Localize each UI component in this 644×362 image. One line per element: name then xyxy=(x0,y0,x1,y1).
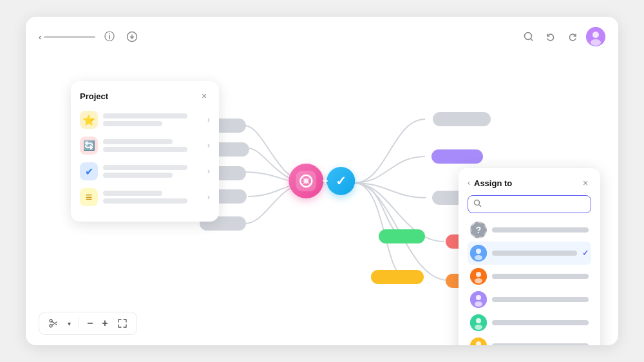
scissors-dropdown[interactable]: ▾ xyxy=(65,319,73,329)
assign-panel: ‹ Assign to × ? xyxy=(459,168,600,345)
project-item-lines-4 xyxy=(103,191,202,204)
scissors-icon xyxy=(48,318,59,329)
project-title: Project xyxy=(80,91,108,101)
project-item-arrow-3: › xyxy=(207,167,210,176)
item-line xyxy=(103,173,173,178)
zoom-out-button[interactable]: − xyxy=(84,316,95,330)
toolbar: ‹ ⓘ xyxy=(26,27,618,46)
assign-user-item-1[interactable]: ? xyxy=(468,218,591,242)
project-item-lines-3 xyxy=(103,165,202,178)
toolbar-divider xyxy=(79,318,79,329)
project-icon-star: ⭐ xyxy=(80,111,98,129)
download-icon xyxy=(126,31,138,43)
user-name-line-6 xyxy=(492,343,589,345)
project-item-2[interactable]: 🔄 › xyxy=(80,137,210,155)
svg-point-17 xyxy=(475,301,482,307)
svg-point-14 xyxy=(475,278,482,283)
canvas: ‹ ⓘ xyxy=(26,17,618,345)
project-item-lines-2 xyxy=(103,139,202,152)
toolbar-right xyxy=(520,27,605,46)
assign-user-item-4[interactable] xyxy=(468,288,591,311)
app-container: ‹ ⓘ xyxy=(0,0,644,362)
branch-node-right-4[interactable] xyxy=(379,229,425,243)
project-item-1[interactable]: ⭐ › xyxy=(80,111,210,129)
search-button[interactable] xyxy=(520,30,537,44)
branch-node-right-2[interactable] xyxy=(431,149,483,164)
svg-point-20 xyxy=(475,325,482,330)
center-node[interactable]: + ✓ xyxy=(289,164,355,198)
breadcrumb-line xyxy=(44,36,95,38)
item-line xyxy=(103,191,162,196)
avatar-button[interactable] xyxy=(586,27,605,46)
back-button[interactable]: ‹ xyxy=(39,32,95,42)
redo-icon xyxy=(567,31,578,43)
fullscreen-button[interactable] xyxy=(115,317,130,330)
svg-point-11 xyxy=(475,255,482,260)
item-line xyxy=(103,121,162,126)
project-item-4[interactable]: ≡ › xyxy=(80,188,210,206)
item-line xyxy=(103,165,187,170)
user-avatar-6 xyxy=(470,338,487,345)
assign-user-item-6[interactable] xyxy=(468,334,591,345)
project-item-3[interactable]: ✔ › xyxy=(80,162,210,180)
user-avatar-3 xyxy=(470,268,487,285)
project-item-arrow-1: › xyxy=(207,115,210,124)
item-line xyxy=(103,147,187,152)
project-icon-list: ≡ xyxy=(80,188,98,206)
svg-point-19 xyxy=(476,318,481,323)
project-item-arrow-4: › xyxy=(207,193,210,202)
bottom-toolbar: ▾ − + xyxy=(39,312,137,335)
assign-user-item-3[interactable] xyxy=(468,265,591,288)
item-line xyxy=(103,139,173,144)
back-icon: ‹ xyxy=(39,32,41,42)
svg-point-16 xyxy=(476,295,481,300)
info-icon: ⓘ xyxy=(104,30,115,44)
zoom-in-icon: + xyxy=(102,318,108,329)
project-panel-close[interactable]: × xyxy=(198,90,210,102)
assign-title-row: ‹ Assign to xyxy=(468,178,512,188)
project-panel: Project × ⭐ › 🔄 › ✔ xyxy=(71,81,219,222)
zoom-out-icon: − xyxy=(87,318,93,329)
center-icon-check: ✓ xyxy=(327,167,355,195)
user-avatar-5 xyxy=(470,314,487,331)
assign-user-list: ? ✓ xyxy=(468,218,591,345)
branch-node-right-1[interactable] xyxy=(433,112,491,126)
user-avatar-1: ? xyxy=(470,222,487,238)
user-name-line-3 xyxy=(492,274,589,279)
project-panel-header: Project × xyxy=(80,90,210,102)
assign-close-button[interactable]: × xyxy=(580,177,591,189)
toolbar-left: ‹ ⓘ xyxy=(39,29,140,45)
scissors-button[interactable] xyxy=(46,317,61,330)
center-icon-main xyxy=(289,164,323,198)
svg-point-4 xyxy=(591,39,601,46)
plus-label: + xyxy=(322,175,328,187)
assign-title: Assign to xyxy=(474,178,512,188)
user-name-line-5 xyxy=(492,320,589,325)
assign-back-icon[interactable]: ‹ xyxy=(468,178,470,187)
download-button[interactable] xyxy=(124,30,140,44)
avatar-icon xyxy=(586,27,605,46)
item-line xyxy=(103,113,187,119)
undo-icon xyxy=(545,31,556,43)
user-avatar-4 xyxy=(470,291,487,308)
project-icon-clock: 🔄 xyxy=(80,137,98,155)
assign-search-input[interactable] xyxy=(486,200,585,209)
search-icon xyxy=(523,31,535,43)
branch-node-right-6[interactable] xyxy=(371,270,424,284)
svg-point-13 xyxy=(476,272,481,277)
info-button[interactable]: ⓘ xyxy=(102,29,117,45)
assign-user-item-5[interactable] xyxy=(468,311,591,334)
check-label: ✓ xyxy=(336,173,346,189)
svg-point-10 xyxy=(476,249,481,254)
app-icon xyxy=(296,171,316,191)
search-icon-span xyxy=(473,199,482,209)
project-icon-check: ✔ xyxy=(80,162,98,180)
project-item-arrow-2: › xyxy=(207,141,210,150)
assign-header: ‹ Assign to × xyxy=(468,177,591,189)
undo-button[interactable] xyxy=(542,30,559,44)
selected-check: ✓ xyxy=(582,249,589,258)
redo-button[interactable] xyxy=(564,30,581,44)
zoom-in-button[interactable]: + xyxy=(99,316,110,330)
assign-user-item-2[interactable]: ✓ xyxy=(468,242,591,265)
user-name-line-4 xyxy=(492,297,589,302)
